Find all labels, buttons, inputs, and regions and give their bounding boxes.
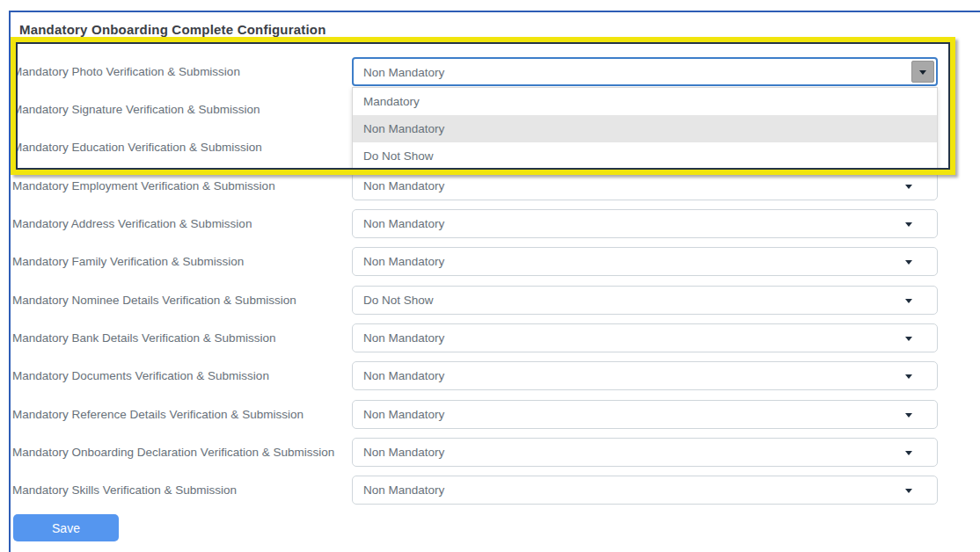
- family-verification-select[interactable]: Non Mandatory: [352, 247, 938, 276]
- select-value: Non Mandatory: [363, 59, 444, 86]
- save-button[interactable]: Save: [13, 514, 119, 541]
- config-row-label: Mandatory Bank Details Verification & Su…: [12, 323, 275, 352]
- config-row: Mandatory Bank Details Verification & Su…: [12, 323, 938, 352]
- chevron-down-icon: [905, 413, 912, 418]
- chevron-down-icon: [905, 337, 912, 341]
- employment-verification-select[interactable]: Non Mandatory: [352, 171, 938, 200]
- select-value: Non Mandatory: [363, 401, 444, 428]
- onboarding-declaration-verification-select[interactable]: Non Mandatory: [352, 438, 938, 467]
- page-title: Mandatory Onboarding Complete Configurat…: [19, 22, 326, 37]
- reference-details-verification-select[interactable]: Non Mandatory: [352, 400, 938, 429]
- config-row-label: Mandatory Skills Verification & Submissi…: [12, 476, 237, 505]
- config-row: Mandatory Skills Verification & Submissi…: [12, 476, 938, 505]
- chevron-down-icon: [905, 451, 912, 455]
- select-dropdown-button[interactable]: [911, 61, 934, 83]
- config-row-label: Mandatory Reference Details Verification…: [12, 400, 304, 429]
- select-value: Non Mandatory: [363, 172, 444, 200]
- chevron-down-icon: [919, 70, 926, 75]
- documents-verification-select[interactable]: Non Mandatory: [352, 361, 938, 390]
- chevron-down-icon: [905, 374, 912, 379]
- bank-details-verification-select[interactable]: Non Mandatory: [352, 323, 938, 352]
- config-row: Mandatory Photo Verification & Submissio…: [12, 57, 938, 86]
- chevron-down-icon: [905, 260, 912, 265]
- dropdown-option-do-not-show[interactable]: Do Not Show: [353, 142, 937, 170]
- config-row: Mandatory Address Verification & Submiss…: [12, 209, 938, 238]
- select-value: Non Mandatory: [363, 362, 444, 389]
- config-row: Mandatory Reference Details Verification…: [12, 400, 938, 429]
- chevron-down-icon: [905, 222, 912, 227]
- select-value: Non Mandatory: [363, 439, 444, 466]
- dropdown-option-mandatory[interactable]: Mandatory: [353, 88, 937, 115]
- config-row-label: Mandatory Employment Verification & Subm…: [12, 171, 275, 200]
- config-row: Mandatory Employment Verification & Subm…: [12, 171, 938, 200]
- config-row-label: Mandatory Photo Verification & Submissio…: [12, 57, 240, 86]
- config-row-label: Mandatory Address Verification & Submiss…: [12, 209, 252, 238]
- dropdown-menu: Mandatory Non Mandatory Do Not Show: [352, 87, 938, 171]
- skills-verification-select[interactable]: Non Mandatory: [352, 476, 938, 505]
- config-row-label: Mandatory Education Verification & Submi…: [12, 133, 262, 162]
- chevron-down-icon: [905, 185, 912, 189]
- photo-verification-select[interactable]: Non Mandatory: [352, 57, 938, 86]
- configuration-panel: Mandatory Onboarding Complete Configurat…: [9, 11, 980, 552]
- select-value: Non Mandatory: [363, 324, 444, 352]
- config-row: Mandatory Family Verification & Submissi…: [12, 247, 938, 276]
- select-value: Do Not Show: [363, 287, 434, 314]
- nominee-details-verification-select[interactable]: Do Not Show: [352, 286, 938, 315]
- dropdown-option-non-mandatory[interactable]: Non Mandatory: [353, 115, 937, 142]
- config-row: Mandatory Nominee Details Verification &…: [12, 286, 938, 315]
- chevron-down-icon: [905, 299, 912, 303]
- chevron-down-icon: [905, 489, 912, 493]
- config-row-label: Mandatory Nominee Details Verification &…: [12, 286, 296, 315]
- config-row: Mandatory Onboarding Declaration Verific…: [12, 438, 938, 467]
- config-row: Mandatory Documents Verification & Submi…: [12, 361, 938, 390]
- select-value: Non Mandatory: [363, 248, 444, 275]
- config-row-label: Mandatory Onboarding Declaration Verific…: [12, 438, 334, 467]
- config-row-label: Mandatory Signature Verification & Submi…: [12, 95, 260, 124]
- select-value: Non Mandatory: [363, 476, 444, 504]
- config-row-label: Mandatory Documents Verification & Submi…: [12, 361, 269, 390]
- config-row-label: Mandatory Family Verification & Submissi…: [12, 247, 244, 276]
- select-value: Non Mandatory: [363, 210, 444, 237]
- address-verification-select[interactable]: Non Mandatory: [352, 209, 938, 238]
